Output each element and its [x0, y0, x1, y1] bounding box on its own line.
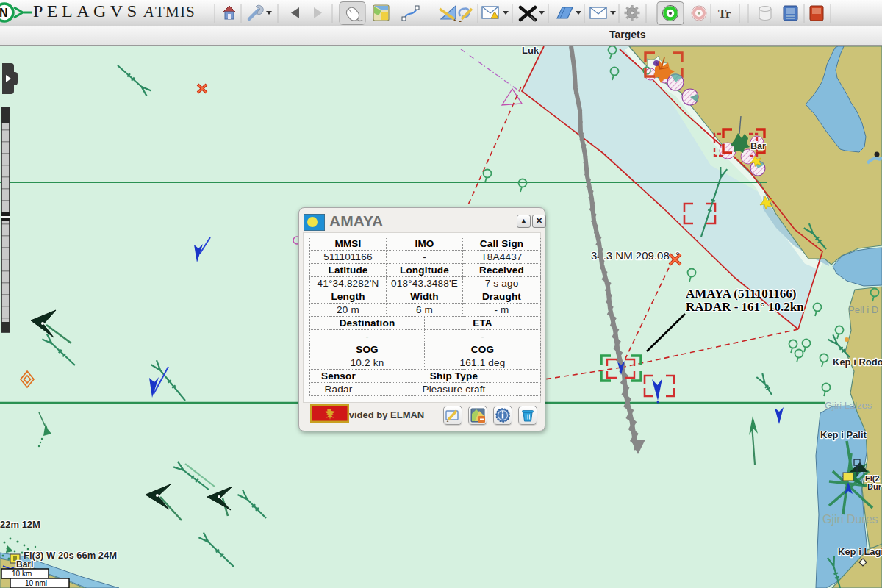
- svg-text:Gjiri Dures: Gjiri Dures: [822, 513, 878, 526]
- svg-text:TMIS: TMIS: [155, 3, 196, 21]
- svg-text:Barl: Barl: [16, 559, 33, 570]
- svg-text:Kep i Palit: Kep i Palit: [820, 429, 867, 440]
- svg-text:N: N: [0, 7, 8, 19]
- svg-text:Kep i Lagit: Kep i Lagit: [838, 546, 882, 557]
- svg-text:Luk: Luk: [522, 45, 539, 56]
- svg-text:AMAYA (511101166): AMAYA (511101166): [686, 287, 796, 301]
- svg-text:10 km: 10 km: [12, 570, 32, 578]
- svg-text:34.3 NM 209.08 °: 34.3 NM 209.08 °: [591, 249, 680, 262]
- svg-text:10 nmi: 10 nmi: [25, 579, 47, 587]
- svg-text:Dur: Dur: [867, 482, 882, 491]
- svg-text:RADAR - 161° 10.2kn: RADAR - 161° 10.2kn: [686, 300, 804, 314]
- svg-text:22m 12M: 22m 12M: [0, 519, 40, 530]
- svg-text:A: A: [143, 3, 154, 21]
- svg-text:Gjiri Lalzes: Gjiri Lalzes: [825, 400, 872, 411]
- svg-text:Tr: Tr: [718, 7, 731, 21]
- svg-text:Fl(3) W 20s 66m 24M: Fl(3) W 20s 66m 24M: [24, 550, 117, 561]
- svg-text:Bar: Bar: [750, 141, 766, 151]
- svg-text:PELAGVS: PELAGVS: [33, 1, 141, 21]
- svg-text:Pell i D: Pell i D: [848, 304, 878, 315]
- svg-text:Kep i Rodon: Kep i Rodon: [833, 356, 882, 368]
